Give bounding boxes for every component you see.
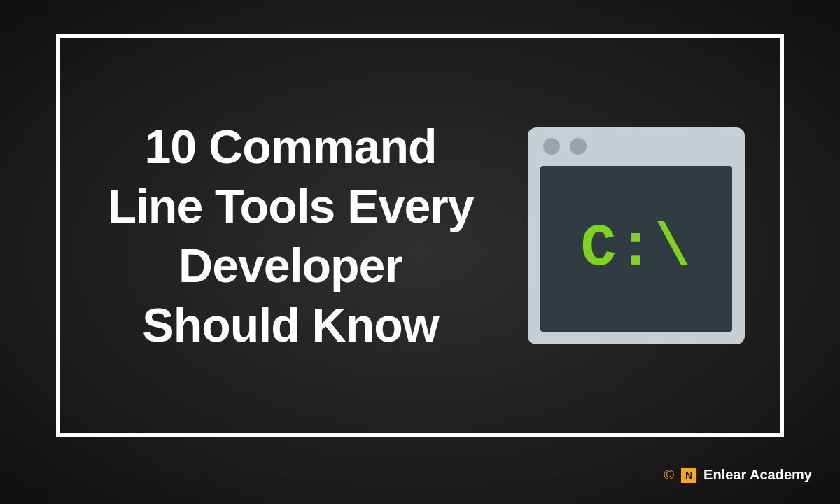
divider-line	[56, 472, 690, 472]
footer: © N Enlear Academy	[664, 467, 812, 483]
window-dot-icon	[570, 138, 587, 155]
terminal-body: C:\	[540, 166, 732, 332]
main-title: 10 Command Line Tools Every Developer Sh…	[95, 117, 486, 355]
brand-logo-icon: N	[681, 468, 696, 483]
terminal-prompt: C:\	[580, 215, 692, 283]
content-frame: 10 Command Line Tools Every Developer Sh…	[56, 34, 784, 438]
terminal-titlebar	[528, 127, 745, 166]
window-dot-icon	[543, 138, 560, 155]
terminal-icon: C:\	[528, 127, 745, 344]
copyright-icon: ©	[664, 467, 674, 483]
brand-name: Enlear Academy	[704, 467, 812, 483]
